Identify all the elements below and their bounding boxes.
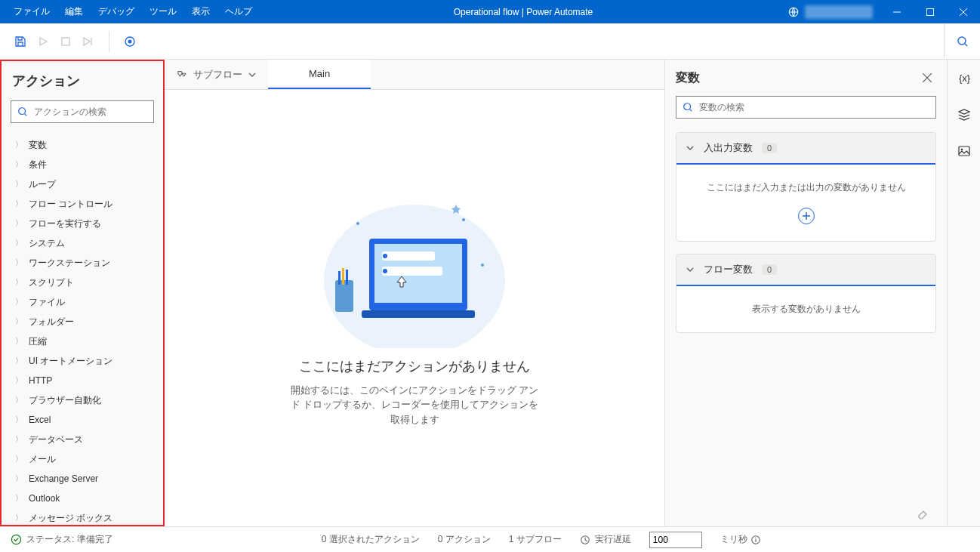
canvas-empty-title: ここにはまだアクションがありません [299, 357, 530, 375]
menu-file[interactable]: ファイル [6, 0, 57, 23]
action-category[interactable]: 〉Excel [2, 410, 163, 430]
action-category[interactable]: 〉スクリプト [2, 273, 163, 292]
io-variables-count: 0 [762, 143, 777, 153]
maximize-button[interactable] [914, 0, 947, 23]
stop-button[interactable] [54, 23, 77, 60]
variables-search-box[interactable] [676, 96, 936, 119]
empty-illustration [313, 190, 516, 348]
svg-rect-22 [338, 271, 341, 285]
actions-search-input[interactable] [34, 106, 147, 117]
chevron-right-icon: 〉 [15, 199, 26, 209]
info-icon[interactable] [750, 535, 761, 545]
subflow-bar: サブフロー Main [165, 60, 664, 90]
action-category[interactable]: 〉フロー コントロール [2, 194, 163, 214]
chevron-right-icon: 〉 [15, 277, 26, 288]
svg-rect-21 [335, 280, 353, 312]
action-category[interactable]: 〉フローを実行する [2, 214, 163, 233]
subflows-dropdown[interactable]: サブフロー [165, 60, 268, 89]
io-variables-section: 入出力変数 0 ここにはまだ入力または出力の変数がありません [676, 132, 936, 242]
actions-count: 0 アクション [438, 533, 491, 546]
action-category[interactable]: 〉圧縮 [2, 332, 163, 351]
variables-search-input[interactable] [699, 102, 929, 113]
action-category[interactable]: 〉ブラウザー自動化 [2, 390, 163, 410]
svg-rect-2 [927, 8, 934, 15]
run-button[interactable] [32, 23, 54, 60]
title-bar-right [787, 0, 980, 23]
action-category[interactable]: 〉条件 [2, 155, 163, 174]
action-category[interactable]: 〉フォルダー [2, 312, 163, 332]
action-category[interactable]: 〉ワークステーション [2, 253, 163, 273]
add-io-variable-button[interactable] [798, 208, 815, 224]
delay-input[interactable] [649, 532, 702, 548]
action-category-label: Outlook [29, 493, 60, 504]
menu-help[interactable]: ヘルプ [217, 0, 260, 23]
step-button[interactable] [77, 23, 100, 60]
delay-label: 実行遅延 [595, 533, 631, 546]
rail-ui-elements-button[interactable] [953, 103, 975, 126]
svg-point-30 [684, 103, 691, 110]
action-category[interactable]: 〉Outlook [2, 489, 163, 508]
svg-line-31 [690, 109, 692, 112]
action-category[interactable]: 〉変数 [2, 135, 163, 155]
variables-panel-close[interactable] [918, 69, 936, 87]
eraser-icon[interactable] [917, 507, 929, 520]
variables-panel-footer [676, 501, 936, 526]
svg-text:{x}: {x} [959, 72, 971, 84]
toolbar-search-button[interactable] [944, 23, 980, 60]
action-category[interactable]: 〉HTTP [2, 371, 163, 390]
action-category[interactable]: 〉ファイル [2, 292, 163, 312]
designer-canvas: サブフロー Main [165, 60, 664, 526]
save-button[interactable] [9, 23, 32, 60]
chevron-right-icon: 〉 [15, 473, 26, 484]
recorder-button[interactable] [119, 23, 141, 60]
minimize-button[interactable] [880, 0, 914, 23]
svg-rect-16 [362, 310, 475, 318]
menu-tools[interactable]: ツール [142, 0, 184, 23]
canvas-empty-state[interactable]: ここにはまだアクションがありません 開始するには、このペインにアクションをドラッ… [165, 90, 664, 526]
chevron-down-icon [686, 265, 695, 274]
action-category[interactable]: 〉Exchange Server [2, 469, 163, 489]
action-category[interactable]: 〉データベース [2, 430, 163, 449]
tab-main[interactable]: Main [268, 60, 371, 89]
svg-rect-24 [346, 270, 348, 285]
flow-variables-title: フロー変数 [704, 263, 753, 276]
flow-variables-header[interactable]: フロー変数 0 [676, 254, 935, 286]
action-category-label: システム [29, 237, 65, 250]
menu-view[interactable]: 表示 [184, 0, 217, 23]
io-variables-header[interactable]: 入出力変数 0 [676, 133, 935, 165]
chevron-right-icon: 〉 [15, 395, 26, 406]
chevron-right-icon: 〉 [15, 238, 26, 248]
window-title: Operational flow | Power Automate [260, 7, 787, 17]
menu-debug[interactable]: デバッグ [91, 0, 142, 23]
action-category[interactable]: 〉メッセージ ボックス [2, 508, 163, 525]
action-category-label: ワークステーション [29, 257, 110, 270]
chevron-right-icon: 〉 [15, 316, 26, 327]
variables-panel: 変数 入出力変数 0 ここにはまだ入力または出力の変数がありません [664, 60, 947, 526]
actions-search-box[interactable] [11, 100, 154, 123]
svg-point-41 [755, 537, 756, 538]
environment-icon [787, 5, 800, 19]
chevron-right-icon: 〉 [15, 159, 26, 170]
action-category[interactable]: 〉システム [2, 233, 163, 253]
flow-variables-empty-text: 表示する変数がありません [752, 303, 861, 316]
action-category[interactable]: 〉UI オートメーション [2, 351, 163, 371]
chevron-down-icon [248, 71, 256, 79]
close-button[interactable] [947, 0, 980, 23]
chevron-down-icon [686, 143, 695, 153]
action-category[interactable]: 〉メール [2, 449, 163, 469]
svg-rect-17 [382, 251, 435, 261]
action-category-label: ループ [29, 178, 56, 191]
selected-actions-count: 0 選択されたアクション [322, 533, 420, 546]
environment-name[interactable] [805, 5, 873, 19]
rail-variables-button[interactable]: {x} [953, 67, 975, 90]
menu-edit[interactable]: 編集 [57, 0, 91, 23]
action-category-label: 変数 [29, 139, 47, 152]
search-icon [683, 102, 693, 113]
action-category-label: メール [29, 453, 56, 466]
menu-bar: ファイル 編集 デバッグ ツール 表示 ヘルプ [0, 0, 260, 23]
svg-point-11 [19, 108, 26, 115]
svg-point-27 [481, 264, 484, 267]
action-category[interactable]: 〉ループ [2, 174, 163, 194]
chevron-right-icon: 〉 [15, 454, 26, 464]
rail-images-button[interactable] [953, 140, 975, 162]
